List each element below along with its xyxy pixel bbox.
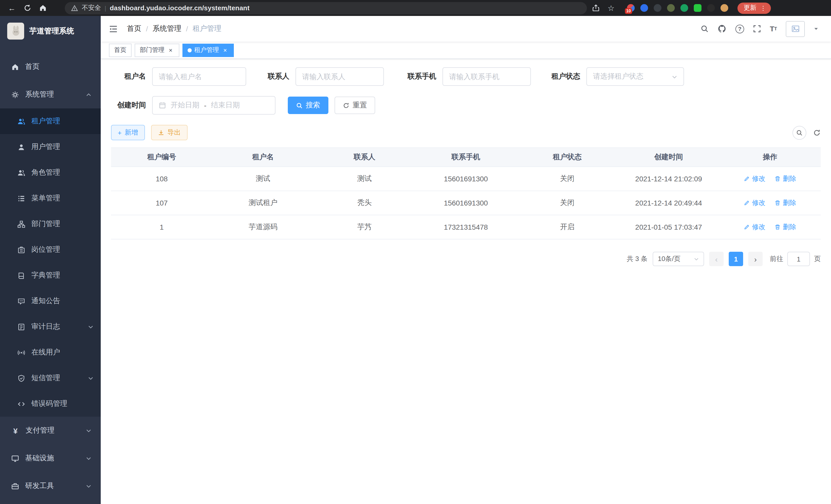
sidebar-item-audit-log[interactable]: 审计日志 <box>0 314 101 339</box>
extension-icon[interactable] <box>681 4 688 12</box>
browser-back-icon[interactable]: ← <box>5 1 19 14</box>
address-bar[interactable]: 不安全 | dashboard.yudao.iocoder.cn/system/… <box>65 2 587 14</box>
add-button[interactable]: + 新增 <box>111 125 145 140</box>
sidebar-item-label: 在线用户 <box>31 348 60 357</box>
table-row: 1 芋道源码 芋艿 17321315478 开启 2021-01-05 17:0… <box>111 215 821 239</box>
date-separator: - <box>204 101 206 110</box>
help-icon[interactable]: ? <box>736 24 744 33</box>
sidebar-item-post[interactable]: 岗位管理 <box>0 237 101 263</box>
sidebar-item-online-user[interactable]: 在线用户 <box>0 339 101 365</box>
delete-link[interactable]: 删除 <box>775 174 796 183</box>
delete-link[interactable]: 删除 <box>775 223 796 232</box>
search-button[interactable]: 搜索 <box>288 97 328 114</box>
table-refresh-icon[interactable] <box>813 129 821 137</box>
github-icon[interactable] <box>717 24 727 33</box>
page-number-1[interactable]: 1 <box>729 252 743 266</box>
share-icon[interactable] <box>589 1 602 14</box>
edit-link[interactable]: 修改 <box>744 223 766 232</box>
sidebar-item-payment[interactable]: ¥ 支付管理 <box>0 417 101 444</box>
cell-tenant-name: 测试 <box>212 167 314 191</box>
chevron-down-icon[interactable] <box>813 26 819 31</box>
browser-menu-icon[interactable]: ⋮ <box>760 4 766 11</box>
sidebar-item-label: 角色管理 <box>31 168 60 177</box>
sidebar-item-home[interactable]: 首页 <box>0 53 101 81</box>
trash-icon <box>775 176 781 182</box>
sidebar-item-dict[interactable]: 字典管理 <box>0 263 101 288</box>
extension-badge: 10 <box>625 8 632 14</box>
sidebar-item-notice[interactable]: 通知公告 <box>0 288 101 314</box>
font-size-icon[interactable]: TT <box>770 25 777 32</box>
close-icon[interactable]: × <box>222 47 229 54</box>
contact-input[interactable] <box>302 72 377 81</box>
date-end-placeholder: 结束日期 <box>211 101 240 110</box>
export-button[interactable]: 导出 <box>151 125 187 140</box>
edit-pencil-icon <box>744 224 750 230</box>
chevron-down-icon <box>88 375 93 381</box>
tenant-name-input[interactable] <box>159 72 239 81</box>
extension-icon[interactable]: 10 <box>627 4 635 12</box>
briefcase-icon <box>18 246 25 254</box>
extension-icon[interactable] <box>654 4 661 12</box>
browser-reload-icon[interactable] <box>21 1 34 14</box>
sidebar-item-role[interactable]: 角色管理 <box>0 160 101 185</box>
chevron-down-icon <box>86 428 91 433</box>
cell-tenant-id: 1 <box>111 215 212 239</box>
cell-tenant-name: 测试租户 <box>212 191 314 215</box>
reset-button[interactable]: 重置 <box>335 97 375 114</box>
document-icon <box>18 323 25 331</box>
omnibox-divider: | <box>105 4 106 11</box>
date-range-picker[interactable]: 开始日期 - 结束日期 <box>152 96 276 115</box>
tag-home[interactable]: 首页 <box>109 43 132 57</box>
sidebar-item-error-code[interactable]: 错误码管理 <box>0 391 101 417</box>
mobile-input[interactable] <box>449 72 524 81</box>
status-select[interactable]: 请选择租户状态 <box>586 67 684 86</box>
header-search-icon[interactable] <box>700 25 709 33</box>
close-icon[interactable]: × <box>167 47 174 54</box>
tag-dept[interactable]: 部门管理 × <box>135 43 179 57</box>
browser-home-icon[interactable] <box>36 1 49 14</box>
fullscreen-icon[interactable] <box>753 25 761 33</box>
chrome-update-button[interactable]: 更新 ⋮ <box>738 2 771 13</box>
app-logo[interactable]: 芋道管理系统 <box>0 16 101 46</box>
profile-avatar-icon[interactable] <box>720 4 728 12</box>
goto-page-input[interactable] <box>787 252 810 266</box>
extension-icon[interactable] <box>667 4 675 12</box>
sidebar-item-label: 菜单管理 <box>31 194 60 203</box>
sidebar-item-dept[interactable]: 部门管理 <box>0 211 101 237</box>
cell-status: 关闭 <box>516 167 618 191</box>
sidebar-item-dev-tools[interactable]: 研发工具 <box>0 472 101 500</box>
total-count: 共 3 条 <box>627 254 648 264</box>
sidebar-item-menu[interactable]: 菜单管理 <box>0 185 101 211</box>
chevron-down-icon <box>86 483 91 489</box>
show-search-toggle[interactable] <box>793 126 806 140</box>
extension-icon[interactable] <box>707 4 715 12</box>
toolbox-icon <box>11 482 19 490</box>
edit-link[interactable]: 修改 <box>744 174 766 183</box>
goto-label: 前往 <box>770 254 783 264</box>
breadcrumb: 首页 / 系统管理 / 租户管理 <box>127 24 222 33</box>
edit-link[interactable]: 修改 <box>744 198 766 208</box>
next-page-button[interactable]: › <box>748 252 763 266</box>
sidebar-item-system[interactable]: 系统管理 <box>0 81 101 109</box>
sidebar-item-infra[interactable]: 基础设施 <box>0 444 101 472</box>
tag-tenant[interactable]: 租户管理 × <box>182 43 234 57</box>
cell-actions: 修改 删除 <box>719 191 821 215</box>
delete-link[interactable]: 删除 <box>775 198 796 208</box>
sidebar-item-label: 用户管理 <box>31 142 60 152</box>
breadcrumb-system[interactable]: 系统管理 <box>153 24 181 33</box>
breadcrumb-home[interactable]: 首页 <box>127 24 141 33</box>
extension-icon[interactable] <box>694 4 701 12</box>
cell-contact: 测试 <box>314 167 415 191</box>
avatar[interactable] <box>786 21 805 37</box>
sidebar-collapse-icon[interactable] <box>109 24 118 33</box>
sidebar-item-user[interactable]: 用户管理 <box>0 134 101 160</box>
sidebar-item-sms[interactable]: 短信管理 <box>0 365 101 391</box>
create-time-label: 创建时间 <box>111 101 146 110</box>
signal-icon <box>18 349 25 356</box>
extension-icon[interactable] <box>640 4 648 12</box>
bookmark-star-icon[interactable]: ☆ <box>604 1 618 14</box>
chevron-down-icon <box>694 256 699 262</box>
prev-page-button[interactable]: ‹ <box>709 252 724 266</box>
sidebar-item-tenant[interactable]: 租户管理 <box>0 109 101 134</box>
page-size-select[interactable]: 10条/页 <box>653 252 704 266</box>
